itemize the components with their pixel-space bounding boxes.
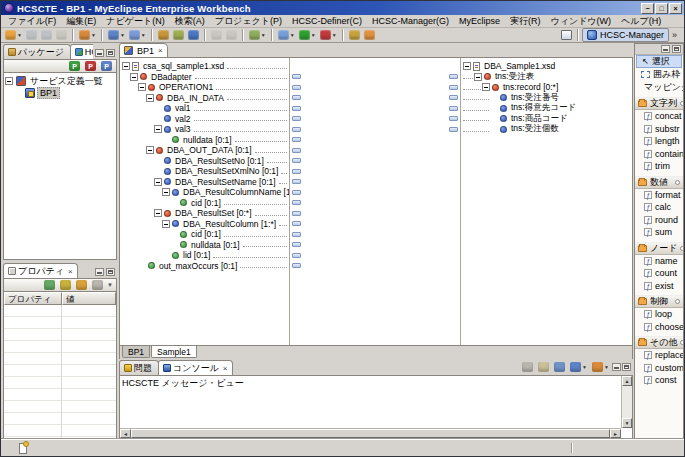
dropdown-arrow-icon[interactable]: ▼ <box>290 32 295 38</box>
tree-row[interactable]: DBA_ResultSetName [0:1] <box>120 177 289 188</box>
collapse-icon[interactable] <box>154 178 162 186</box>
mapping-port[interactable] <box>449 127 458 132</box>
tree-row[interactable]: OPERATION1 <box>120 82 289 93</box>
collapse-icon[interactable] <box>474 73 482 81</box>
maximize-view-icon[interactable] <box>622 363 631 371</box>
mapping-port[interactable] <box>292 221 301 226</box>
group-toggle-icon[interactable] <box>680 101 684 106</box>
tree-row[interactable]: DBA_ResultSetNo [0:1] <box>120 156 289 167</box>
filter-properties-button[interactable] <box>74 278 89 292</box>
menu-item-0[interactable]: ファイル(F) <box>3 15 61 28</box>
tree-row[interactable]: cid [0:1] <box>120 198 289 209</box>
mapping-port[interactable] <box>292 74 301 79</box>
mapping-port[interactable] <box>449 116 458 121</box>
explorer-tab-1[interactable]: HCSCTE× <box>70 44 93 59</box>
mapping-port[interactable] <box>292 200 301 205</box>
palette-item-count[interactable]: count <box>635 267 683 280</box>
palette-group-header-4[interactable]: その他 <box>635 336 683 349</box>
palette-group-header-2[interactable]: ノード <box>635 242 683 255</box>
editor-tab-bp1[interactable]: BP1 × <box>119 43 168 57</box>
external-tools-button[interactable]: ▼ <box>276 28 297 42</box>
palette-item-contain[interactable]: contain <box>635 148 683 161</box>
open-element-button[interactable]: ▼ <box>247 28 268 42</box>
add-service-button[interactable]: P <box>99 59 114 73</box>
vertical-scrollbar[interactable]: ▲ ▼ <box>621 376 632 428</box>
tree-row[interactable]: tns:受注番号 <box>461 93 632 104</box>
new-repository-button[interactable]: ▼ <box>77 28 98 42</box>
palette-item-concat[interactable]: concat <box>635 110 683 123</box>
minimize-view-icon[interactable] <box>95 268 104 276</box>
menu-item-4[interactable]: プロジェクト(P) <box>210 15 287 28</box>
explorer-tab-0[interactable]: パッケージ <box>3 44 71 59</box>
palette-item-replace[interactable]: replace <box>635 349 683 362</box>
menu-item-6[interactable]: HCSC-Manager(G) <box>367 16 454 26</box>
palette-tool-0[interactable]: ↖選択 <box>636 55 682 68</box>
collapse-icon[interactable] <box>154 125 162 133</box>
mapping-port[interactable] <box>292 232 301 237</box>
mapping-port[interactable] <box>292 179 301 184</box>
dropdown-arrow-icon[interactable]: ▼ <box>582 364 587 370</box>
group-toggle-icon[interactable] <box>675 180 680 185</box>
palette-item-calc[interactable]: calc <box>635 201 683 214</box>
dropdown-arrow-icon[interactable]: ▼ <box>311 32 316 38</box>
menu-item-8[interactable]: 実行(R) <box>505 15 546 28</box>
mapping-port[interactable] <box>449 85 458 90</box>
menu-item-2[interactable]: ナビゲート(N) <box>101 15 169 28</box>
tree-row[interactable]: val3 <box>120 124 289 135</box>
palette-item-loop[interactable]: loop <box>635 308 683 321</box>
perspective-hcsc-manager-button[interactable]: HCSC-Manager <box>582 28 669 42</box>
open-console-button[interactable]: ▼ <box>590 360 611 374</box>
close-button[interactable]: × <box>669 3 682 14</box>
collapse-icon[interactable] <box>5 77 13 85</box>
dropdown-arrow-icon[interactable]: ▼ <box>120 32 125 38</box>
collapse-icon[interactable] <box>463 62 471 70</box>
tree-row[interactable]: DBA_ResultSetXmlNo [0:1] <box>120 166 289 177</box>
minimize-view-icon[interactable] <box>95 49 104 57</box>
scroll-left-icon[interactable]: ◄ <box>120 429 131 438</box>
mapping-port[interactable] <box>292 211 301 216</box>
palette-group-header-0[interactable]: 文字列 <box>635 97 683 110</box>
tree-row[interactable]: out_maxOccurs [0:1] <box>120 261 289 272</box>
tree-row[interactable]: nulldata [0:1] <box>120 135 289 146</box>
tree-item-bp1[interactable]: BP1 <box>5 87 115 99</box>
collapse-icon[interactable] <box>162 188 170 196</box>
scroll-up-icon[interactable]: ▲ <box>622 376 632 386</box>
close-icon[interactable]: × <box>156 46 163 55</box>
close-icon[interactable]: × <box>221 364 228 373</box>
clear-console-button[interactable] <box>520 360 535 374</box>
sync-button[interactable] <box>171 28 186 42</box>
minimize-view-icon[interactable] <box>661 45 670 53</box>
tree-row[interactable]: lid [0:1] <box>120 250 289 261</box>
close-icon[interactable]: × <box>66 267 73 276</box>
group-toggle-icon[interactable] <box>680 246 684 251</box>
palette-item-round[interactable]: round <box>635 214 683 227</box>
menu-item-3[interactable]: 検索(A) <box>170 15 210 28</box>
minimize-button[interactable]: − <box>641 3 654 14</box>
palette-item-choose[interactable]: choose <box>635 321 683 334</box>
group-toggle-icon[interactable] <box>680 340 684 345</box>
dropdown-arrow-icon[interactable]: ▼ <box>17 32 22 38</box>
tree-row[interactable]: tns:商品コード <box>461 114 632 125</box>
maximize-button[interactable]: □ <box>655 3 668 14</box>
collapse-icon[interactable] <box>154 209 162 217</box>
package-button[interactable] <box>156 28 171 42</box>
tree-row[interactable]: tns:record [0:*] <box>461 82 632 93</box>
dropdown-arrow-icon[interactable]: ▼ <box>604 364 609 370</box>
remove-service-button[interactable]: P <box>83 59 98 73</box>
show-categories-button[interactable] <box>42 278 57 292</box>
tree-row[interactable]: DBA_OUT_DATA [0:1] <box>120 145 289 156</box>
web-browser-button[interactable] <box>186 28 201 42</box>
palette-item-exist[interactable]: exist <box>635 280 683 293</box>
tree-row[interactable]: DBA_IN_DATA <box>120 93 289 104</box>
deploy-project-button[interactable]: ▼ <box>106 28 127 42</box>
sort-alphabetical-button[interactable] <box>58 278 73 292</box>
tree-item-service-list[interactable]: サービス定義一覧 <box>5 75 115 87</box>
dropdown-arrow-icon[interactable]: ▼ <box>332 32 337 38</box>
menu-item-10[interactable]: ヘルプ(H) <box>616 15 666 28</box>
manage-deployments-button[interactable]: ▼ <box>127 28 148 42</box>
mapping-port[interactable] <box>449 106 458 111</box>
column-header-property[interactable]: プロパティ <box>4 292 62 305</box>
tree-row[interactable]: DBA_ResultColumnName [1:*] <box>120 187 289 198</box>
palette-group-header-3[interactable]: 制御 <box>635 295 683 308</box>
tree-row[interactable]: tns:得意先コード <box>461 103 632 114</box>
